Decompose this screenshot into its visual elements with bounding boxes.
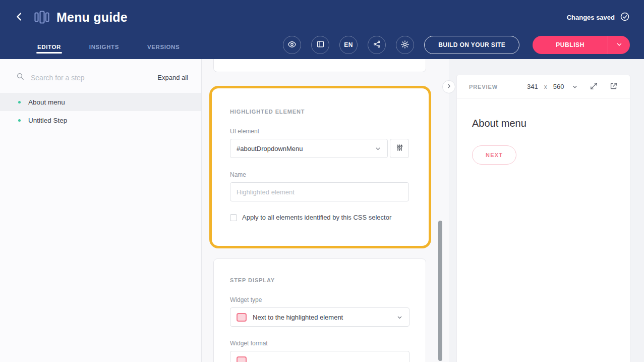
section-title: STEP DISPLAY <box>230 277 409 283</box>
gear-icon <box>400 40 409 50</box>
eye-icon <box>287 40 297 50</box>
preview-step-title: About menu <box>472 118 615 129</box>
widget-type-icon <box>237 313 247 322</box>
content-scrollbar[interactable] <box>438 221 442 361</box>
steps-list: About menu Untitled Step <box>0 93 201 129</box>
step-display-card: STEP DISPLAY Widget type Next to the hig… <box>213 258 426 362</box>
ui-element-select[interactable]: #aboutDropdownMenu <box>230 139 388 158</box>
layout-button[interactable] <box>311 36 329 54</box>
chevron-left-icon <box>14 11 25 24</box>
widget-format-icon <box>237 356 247 362</box>
apply-all-label: Apply to all elements identified by this… <box>242 214 391 221</box>
widget-format-select[interactable] <box>230 351 409 362</box>
build-on-your-site-button[interactable]: BUILD ON YOUR SITE <box>424 36 519 54</box>
header-actions: EN BUILD ON YOUR SITE PUBLISH <box>283 36 630 59</box>
app: Menu guide Changes saved EDITOR INSIGHTS… <box>0 0 644 362</box>
diagonal-arrows-icon <box>590 82 598 92</box>
widget-type-value: Next to the highlighted element <box>253 314 396 321</box>
widget-format-label: Widget format <box>230 340 409 347</box>
tab-editor[interactable]: EDITOR <box>37 44 61 59</box>
publish-group: PUBLISH <box>533 36 630 54</box>
step-label: About menu <box>28 98 65 106</box>
collapse-preview-button[interactable] <box>442 80 455 93</box>
step-settings-panel: HIGHLIGHTED ELEMENT UI element #aboutDro… <box>202 59 449 362</box>
preview-width-value: 341 <box>527 83 538 90</box>
preview-eye-button[interactable] <box>283 36 301 54</box>
chevron-down-icon <box>396 314 403 321</box>
sliders-icon <box>395 143 404 153</box>
open-preview-external-button[interactable] <box>609 82 618 92</box>
tab-insights[interactable]: INSIGHTS <box>89 44 119 59</box>
step-item-untitled-step[interactable]: Untitled Step <box>0 111 201 129</box>
guide-panels-icon <box>34 11 49 24</box>
chevron-down-icon <box>375 145 381 152</box>
chevron-down-icon <box>572 84 578 90</box>
preview-body: About menu NEXT <box>457 98 630 184</box>
page-title: Menu guide <box>56 10 128 25</box>
steps-sidebar: Expand all About menu Untitled Step <box>0 59 202 362</box>
apply-all-row[interactable]: Apply to all elements identified by this… <box>230 214 411 221</box>
chevron-right-icon <box>446 83 452 91</box>
widget-type-label: Widget type <box>230 296 409 303</box>
preview-size-dropdown[interactable]: 341 x 560 <box>527 83 578 90</box>
highlighted-element-name-input[interactable] <box>230 182 409 201</box>
check-circle-icon <box>620 12 630 23</box>
preview-region: PREVIEW 341 x 560 <box>449 59 644 362</box>
preview-next-button[interactable]: NEXT <box>472 145 516 165</box>
section-title: HIGHLIGHTED ELEMENT <box>230 109 411 115</box>
changes-saved-label: Changes saved <box>567 14 615 21</box>
changes-saved-status: Changes saved <box>567 12 630 23</box>
language-label: EN <box>344 41 353 48</box>
element-selector-settings-button[interactable] <box>390 139 409 158</box>
apply-all-checkbox[interactable] <box>230 214 237 221</box>
preview-size-x: x <box>544 83 547 90</box>
expand-all-link[interactable]: Expand all <box>157 74 188 81</box>
preview-header: PREVIEW 341 x 560 <box>457 75 630 98</box>
publish-button[interactable]: PUBLISH <box>533 36 608 54</box>
highlighted-element-card: HIGHLIGHTED ELEMENT UI element #aboutDro… <box>209 86 431 248</box>
ui-element-value: #aboutDropdownMenu <box>237 145 375 152</box>
tab-versions[interactable]: VERSIONS <box>147 44 180 59</box>
search-icon <box>16 72 25 83</box>
back-button[interactable] <box>12 9 27 26</box>
name-label: Name <box>230 171 411 178</box>
publish-dropdown-button[interactable] <box>608 36 630 54</box>
search-step-input[interactable] <box>31 74 157 82</box>
share-icon <box>373 40 381 50</box>
layout-icon <box>316 40 325 50</box>
preview-height-value: 560 <box>553 83 564 90</box>
preview-card: PREVIEW 341 x 560 <box>456 75 630 362</box>
language-button[interactable]: EN <box>339 36 358 54</box>
settings-button[interactable] <box>396 36 414 54</box>
expand-preview-button[interactable] <box>590 82 598 92</box>
external-link-icon <box>609 82 618 92</box>
step-dot-icon <box>18 119 21 122</box>
top-bar: Menu guide Changes saved EDITOR INSIGHTS… <box>0 0 644 59</box>
chevron-down-icon <box>616 41 623 49</box>
editor-tabs: EDITOR INSIGHTS VERSIONS <box>37 44 180 59</box>
widget-type-select[interactable]: Next to the highlighted element <box>230 307 409 327</box>
step-item-about-menu[interactable]: About menu <box>0 93 201 111</box>
step-label: Untitled Step <box>28 117 67 124</box>
preview-title: PREVIEW <box>469 84 498 90</box>
previous-settings-card-partial <box>213 59 426 72</box>
ui-element-label: UI element <box>230 128 411 135</box>
share-button[interactable] <box>368 36 386 54</box>
step-dot-icon <box>18 101 21 104</box>
